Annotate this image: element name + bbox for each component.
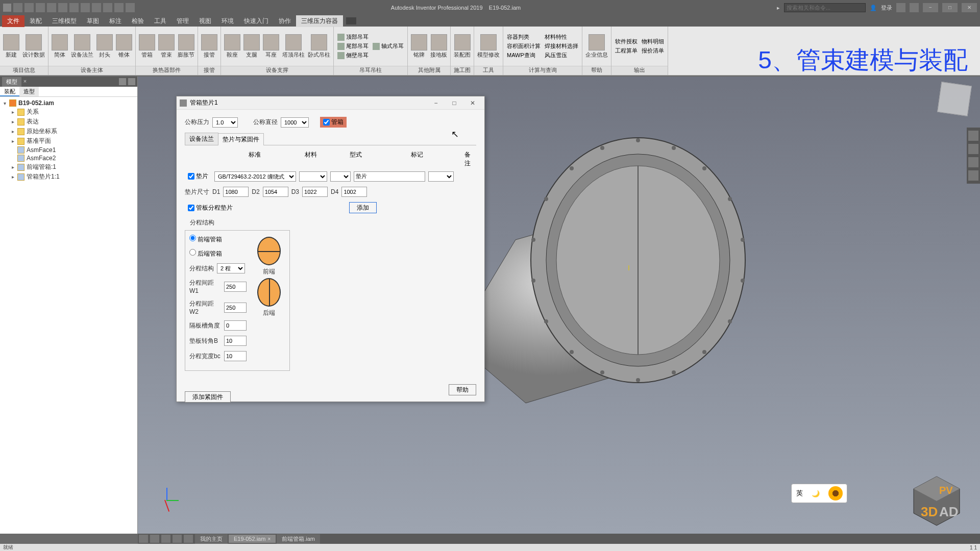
ime-indicator[interactable]: 英 🌙 [791,484,847,503]
btn-modify[interactable]: 模型修改 [476,33,501,60]
btn-hdavit[interactable]: 卧式吊柱 [307,33,331,60]
tab-assemble[interactable]: 装配 [24,15,47,27]
nav-orbit-icon[interactable] [968,144,978,154]
input-d1[interactable] [223,187,249,197]
btn-tail-lug[interactable]: 尾部吊耳 [336,42,370,51]
btn-license[interactable]: 软件授权 [614,37,639,46]
tab-3dmodel[interactable]: 三维模型 [47,15,82,27]
maximize-button[interactable]: □ [942,3,958,12]
nav-home-icon[interactable] [968,131,978,141]
sel-material[interactable] [299,171,327,182]
tree-item[interactable]: ▸管箱垫片1:1 [2,172,135,182]
tab-tools[interactable]: 工具 [149,15,172,27]
help-icon[interactable] [910,3,919,12]
tree-item[interactable]: ▸关系 [2,107,135,117]
tree-item[interactable]: ▸基准平面 [2,136,135,146]
btn-add-fastener[interactable]: 添加紧固件 [185,391,231,403]
view-icon[interactable] [173,535,182,543]
radio-rear[interactable]: 后端管箱 [189,249,222,258]
btn-lug[interactable]: 耳座 [262,33,280,60]
user-icon[interactable]: 👤 [870,5,877,11]
btn-add[interactable]: 添加 [349,202,377,213]
tab-annotate[interactable]: 标注 [104,15,127,27]
btn-mawp[interactable]: MAWP查询 [505,51,542,60]
btn-ground[interactable]: 接地板 [429,33,448,60]
sel-nom-pressure[interactable]: 1.0 [212,117,238,128]
qat-undo-icon[interactable] [47,3,56,12]
tab-close-icon[interactable]: × [267,536,271,542]
tree-item[interactable]: AsmFace2 [2,154,135,162]
menu-icon[interactable] [128,78,135,85]
qat-open-icon[interactable] [24,3,34,12]
btn-saddle[interactable]: 鞍座 [223,33,241,60]
tab-addon-icon[interactable] [346,17,356,24]
cart-icon[interactable] [896,3,905,12]
sel-pass[interactable]: 2 程 [217,263,245,273]
btn-bom[interactable]: 物料明细 [640,37,666,46]
search-input[interactable] [784,3,866,12]
tab-pv[interactable]: 三维压力容器 [296,15,343,27]
caret-up-icon[interactable] [184,535,193,543]
btn-calcsheet[interactable]: 工程算单 [614,46,639,55]
tab-flange[interactable]: 设备法兰 [185,133,218,145]
qat-appearance-icon[interactable] [114,3,124,12]
tree-root[interactable]: ▾B19-052.iam [2,99,135,107]
qat-save-icon[interactable] [36,3,45,12]
input-w1[interactable] [224,282,247,292]
tree-item[interactable]: ▸前端管箱:1 [2,162,135,172]
doc-tab-channel[interactable]: 前端管箱.iam [277,534,320,544]
search-icon[interactable] [119,78,126,85]
tab-file[interactable]: 文件 [2,15,24,27]
chk-pipe-box[interactable]: 管箱 [320,117,347,128]
chk-gasket[interactable]: 垫片 [185,171,211,182]
qat-material-icon[interactable] [103,3,112,12]
nav-pan-icon[interactable] [968,157,978,167]
search-caret-icon[interactable]: ▸ [777,5,780,11]
btn-shell[interactable]: 简体 [51,33,69,60]
tab-gasket[interactable]: 垫片与紧固件 [218,133,264,145]
input-mark[interactable] [354,171,425,182]
sel-nom-dia[interactable]: 1000 [281,117,309,128]
tree-item[interactable]: AsmFace1 [2,146,135,154]
dialog-titlebar[interactable]: 管箱垫片1 − □ ✕ [177,96,484,110]
btn-davit[interactable]: 塔顶吊柱 [281,33,306,60]
btn-assembly-dwg[interactable]: 装配图 [453,33,472,60]
tab-collab[interactable]: 协作 [274,15,296,27]
btn-class[interactable]: 容器判类 [505,33,542,41]
input-d2[interactable] [263,187,288,197]
nav-zoom-icon[interactable] [968,170,978,181]
minimize-button[interactable]: − [923,3,938,12]
input-d4[interactable] [341,187,367,197]
btn-nozzle[interactable]: 接管 [200,33,218,60]
sel-note[interactable] [428,171,454,182]
btn-mat-prop[interactable]: 材料特性 [543,33,580,41]
doc-tab-main[interactable]: E19-052.iam× [229,535,276,543]
radio-front[interactable]: 前端管箱 [189,235,222,244]
btn-nameplate[interactable]: 铭牌 [410,33,428,60]
btn-channel[interactable]: 管箱 [138,33,156,60]
subtab-assembly[interactable]: 装配 [0,87,19,96]
login-link[interactable]: 登录 [881,4,892,12]
view-icon[interactable] [139,535,148,543]
view-icon[interactable] [150,535,159,543]
btn-head[interactable]: 封头 [95,33,114,60]
btn-side-lug[interactable]: 侧壁吊耳 [336,51,370,60]
btn-design-data[interactable]: 设计数据 [21,33,46,60]
btn-help[interactable]: 帮助 [449,384,476,395]
input-w2[interactable] [224,303,247,313]
tab-view[interactable]: 视图 [194,15,216,27]
qat-home-icon[interactable] [69,3,79,12]
btn-volume[interactable]: 容积面积计算 [505,42,542,51]
qat-redo-icon[interactable] [58,3,67,12]
chk-partition[interactable]: 管板分程垫片 [185,203,236,213]
btn-top-lug[interactable]: 顶部吊耳 [336,33,370,41]
sel-type[interactable] [330,171,351,182]
qat-new-icon[interactable] [13,3,22,12]
dialog-maximize[interactable]: □ [446,98,463,108]
tab-inspect[interactable]: 检验 [127,15,149,27]
btn-expansion[interactable]: 膨胀节 [177,33,195,60]
btn-wind[interactable]: 风压雪压 [543,51,580,60]
btn-flange[interactable]: 设备法兰 [70,33,94,60]
browser-tab-close[interactable]: × [21,78,29,85]
browser-tab-model[interactable]: 模型 [2,77,21,87]
